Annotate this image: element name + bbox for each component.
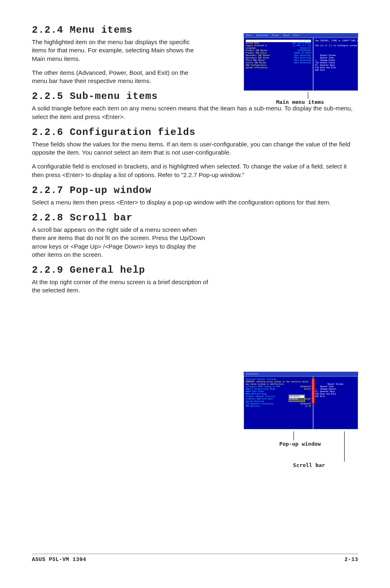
heading-228: 2.2.8 Scroll bar <box>32 212 358 223</box>
bios-adv-warning: WARNING: Setting wrong values in the sec… <box>246 381 311 386</box>
bios-scroll-bar <box>312 378 315 404</box>
para-228-1: A scroll bar appears on the right side o… <box>32 226 211 259</box>
footer-right: 2-13 <box>345 557 358 563</box>
menubar-item: Power <box>272 34 279 37</box>
page-footer: ASUS P5L-VM 1394 2-13 <box>32 554 358 563</box>
menubar-item: Main <box>246 34 252 37</box>
caption-scroll-bar: Scroll bar <box>268 462 350 468</box>
heading-229: 2.2.9 General help <box>32 265 358 276</box>
bios-row: System Information <box>246 67 311 69</box>
menubar-item: Exit <box>294 34 299 37</box>
menubar-item: Boot <box>283 34 289 37</box>
para-226-1: These fields show the values for the men… <box>32 140 358 157</box>
para-224-2: The other items (Advanced, Power, Boot, … <box>32 69 202 85</box>
leader-line <box>344 431 345 462</box>
menubar-item: Advanced <box>256 34 268 37</box>
leader-line <box>294 431 294 440</box>
caption-main-menu-items: Main menu items <box>259 99 341 105</box>
leader-line <box>308 92 308 99</box>
bios-adv-menubar: Advanced <box>244 372 358 376</box>
para-227-1: Select a menu item then press <Enter> to… <box>32 198 358 206</box>
para-225-1: A solid triangle before each item on any… <box>32 104 358 121</box>
menubar-item-advanced: Advanced <box>246 373 258 375</box>
para-224-1: The highlighted item on the menu bar dis… <box>32 38 202 63</box>
heading-226: 2.2.6 Configuration fields <box>32 127 358 138</box>
bios-adv-help-text: Select Screen Select Item +- Change Opti… <box>315 383 343 398</box>
bios-row: MPS Revision[1.4] <box>246 405 311 408</box>
bios-main-screenshot: Main Advanced Power Boot Exit System Tim… <box>244 38 358 91</box>
caption-popup-window: Pop-up window <box>259 441 341 447</box>
bios-popup-box: Disabled Enabled <box>289 395 305 402</box>
popup-option: Enabled <box>289 398 304 400</box>
para-226-2: A configurable field is enclosed in brac… <box>32 162 358 179</box>
bios-main-left-pane: System Time[11:10:19]System Date[Thu 03/… <box>244 38 313 91</box>
bios-main-right-pane: Use [ENTER], [TAB] or [SHIFT-TAB] to sel… <box>313 38 358 91</box>
para-229-1: At the top right corner of the menu scre… <box>32 278 211 295</box>
bios-adv-left-pane: Advanced Chipset settings WARNING: Setti… <box>244 376 313 429</box>
bios-main-menubar: Main Advanced Power Boot Exit <box>244 33 358 38</box>
bios-advanced-screenshot: Advanced Advanced Chipset settings WARNI… <box>244 376 358 429</box>
bios-adv-right-pane: Select Screen Select Item +- Change Opti… <box>313 376 358 429</box>
footer-left: ASUS P5L-VM 1394 <box>32 557 86 563</box>
heading-227: 2.2.7 Pop-up window <box>32 185 358 196</box>
